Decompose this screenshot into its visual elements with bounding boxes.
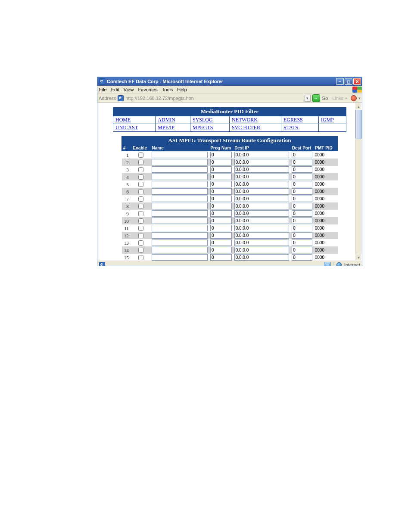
links-label[interactable]: Links bbox=[332, 96, 343, 101]
destip-input[interactable] bbox=[234, 232, 290, 239]
destport-input[interactable] bbox=[292, 203, 312, 209]
nav-admin[interactable]: ADMIN bbox=[156, 116, 190, 124]
destip-input[interactable] bbox=[234, 196, 290, 202]
nav-svcfilter[interactable]: SVC FILTER bbox=[230, 124, 281, 132]
name-input[interactable] bbox=[152, 188, 208, 195]
name-input[interactable] bbox=[152, 240, 208, 246]
destip-input[interactable] bbox=[234, 166, 290, 173]
destport-input[interactable] bbox=[292, 188, 312, 195]
prognum-input[interactable] bbox=[210, 166, 232, 173]
destip-input[interactable] bbox=[234, 152, 290, 158]
enable-checkbox[interactable] bbox=[138, 226, 143, 231]
scroll-track[interactable] bbox=[355, 110, 362, 254]
enable-checkbox[interactable] bbox=[138, 174, 143, 180]
go-label[interactable]: Go bbox=[322, 96, 328, 101]
nav-mpeip[interactable]: MPE/IP bbox=[156, 124, 190, 132]
enable-checkbox[interactable] bbox=[138, 160, 143, 165]
enable-checkbox[interactable] bbox=[138, 152, 143, 158]
nav-mpegts[interactable]: MPEGTS bbox=[190, 124, 229, 132]
destport-input[interactable] bbox=[292, 196, 312, 202]
enable-checkbox[interactable] bbox=[138, 218, 143, 224]
menu-help[interactable]: Help bbox=[177, 87, 187, 92]
destport-input[interactable] bbox=[292, 159, 312, 165]
destport-input[interactable] bbox=[292, 166, 312, 173]
scroll-down-icon[interactable]: ▾ bbox=[355, 254, 362, 261]
nav-stats[interactable]: STATS bbox=[281, 124, 319, 132]
destport-input[interactable] bbox=[292, 181, 312, 187]
destport-input[interactable] bbox=[292, 152, 312, 158]
menu-favorites[interactable]: Favorites bbox=[138, 87, 157, 92]
destip-input[interactable] bbox=[234, 203, 290, 209]
menu-tools[interactable]: Tools bbox=[162, 87, 173, 92]
name-input[interactable] bbox=[152, 254, 208, 261]
destip-input[interactable] bbox=[234, 188, 290, 195]
prognum-input[interactable] bbox=[210, 254, 232, 261]
prognum-input[interactable] bbox=[210, 174, 232, 180]
destip-input[interactable] bbox=[234, 225, 290, 231]
prognum-input[interactable] bbox=[210, 203, 232, 209]
name-input[interactable] bbox=[152, 232, 208, 239]
name-input[interactable] bbox=[152, 203, 208, 209]
shield-dropdown-icon[interactable]: ▾ bbox=[358, 96, 361, 100]
address-url[interactable]: http://192.168.12.72/mpegts.htm bbox=[125, 96, 302, 101]
destip-input[interactable] bbox=[234, 174, 290, 180]
name-input[interactable] bbox=[152, 247, 208, 253]
destip-input[interactable] bbox=[234, 159, 290, 165]
nav-egress[interactable]: EGRESS bbox=[281, 116, 319, 124]
nav-unicast[interactable]: UNICAST bbox=[113, 124, 156, 132]
enable-checkbox[interactable] bbox=[138, 196, 143, 202]
enable-checkbox[interactable] bbox=[138, 182, 143, 187]
security-shield-icon[interactable] bbox=[351, 95, 357, 101]
titlebar[interactable]: Comtech EF Data Corp - Microsoft Interne… bbox=[97, 77, 362, 86]
enable-checkbox[interactable] bbox=[138, 167, 143, 172]
name-input[interactable] bbox=[152, 174, 208, 180]
destport-input[interactable] bbox=[292, 232, 312, 239]
prognum-input[interactable] bbox=[210, 196, 232, 202]
destip-input[interactable] bbox=[234, 254, 290, 261]
menu-view[interactable]: View bbox=[124, 87, 134, 92]
destport-input[interactable] bbox=[292, 240, 312, 246]
close-button[interactable]: ✕ bbox=[353, 78, 361, 85]
name-input[interactable] bbox=[152, 181, 208, 187]
prognum-input[interactable] bbox=[210, 181, 232, 187]
menu-edit[interactable]: Edit bbox=[111, 87, 119, 92]
prognum-input[interactable] bbox=[210, 247, 232, 253]
destip-input[interactable] bbox=[234, 240, 290, 246]
name-input[interactable] bbox=[152, 152, 208, 158]
destport-input[interactable] bbox=[292, 174, 312, 180]
prognum-input[interactable] bbox=[210, 240, 232, 246]
nav-igmp[interactable]: IGMP bbox=[318, 116, 346, 124]
destip-input[interactable] bbox=[234, 181, 290, 187]
prognum-input[interactable] bbox=[210, 232, 232, 239]
go-button[interactable]: → bbox=[312, 94, 320, 102]
destip-input[interactable] bbox=[234, 247, 290, 253]
links-chevron-icon[interactable]: » bbox=[345, 96, 347, 100]
prognum-input[interactable] bbox=[210, 225, 232, 231]
destport-input[interactable] bbox=[292, 210, 312, 217]
enable-checkbox[interactable] bbox=[138, 211, 143, 216]
prognum-input[interactable] bbox=[210, 210, 232, 217]
destport-input[interactable] bbox=[292, 225, 312, 231]
destport-input[interactable] bbox=[292, 218, 312, 224]
prognum-input[interactable] bbox=[210, 159, 232, 165]
enable-checkbox[interactable] bbox=[138, 240, 143, 246]
nav-network[interactable]: NETWORK bbox=[230, 116, 281, 124]
enable-checkbox[interactable] bbox=[138, 204, 143, 209]
menu-file[interactable]: File bbox=[99, 87, 107, 92]
prognum-input[interactable] bbox=[210, 218, 232, 224]
prognum-input[interactable] bbox=[210, 188, 232, 195]
minimize-button[interactable]: – bbox=[336, 78, 344, 85]
prognum-input[interactable] bbox=[210, 152, 232, 158]
name-input[interactable] bbox=[152, 218, 208, 224]
name-input[interactable] bbox=[152, 210, 208, 217]
name-input[interactable] bbox=[152, 166, 208, 173]
enable-checkbox[interactable] bbox=[138, 233, 143, 238]
enable-checkbox[interactable] bbox=[138, 189, 143, 194]
destip-input[interactable] bbox=[234, 218, 290, 224]
vertical-scrollbar[interactable]: ▴ ▾ bbox=[355, 103, 362, 261]
nav-syslog[interactable]: SYSLOG bbox=[190, 116, 229, 124]
name-input[interactable] bbox=[152, 159, 208, 165]
name-input[interactable] bbox=[152, 196, 208, 202]
nav-home[interactable]: HOME bbox=[113, 116, 156, 124]
maximize-button[interactable]: ◻ bbox=[345, 78, 352, 85]
